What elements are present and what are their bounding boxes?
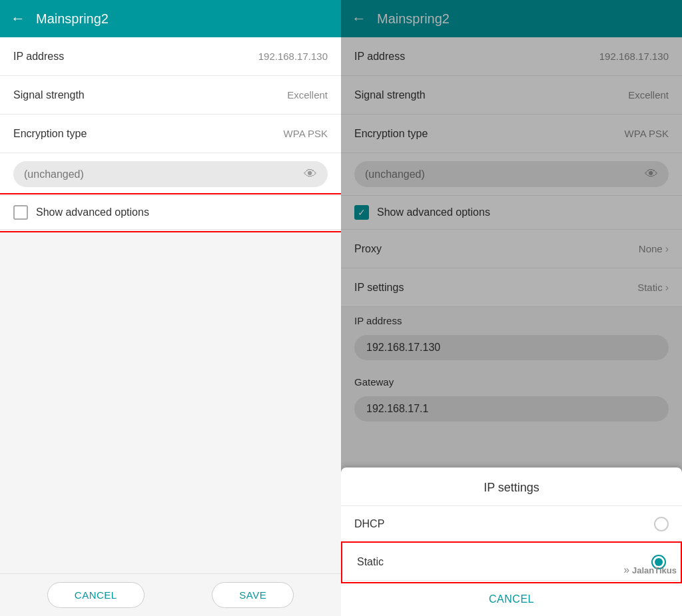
left-back-icon[interactable]: ← (11, 10, 25, 27)
modal-dhcp-radio[interactable] (654, 517, 669, 531)
left-ip-label: IP address (13, 51, 64, 63)
ip-settings-modal: IP settings DHCP Static CANCEL (341, 467, 682, 616)
left-encryption-row: Encryption type WPA PSK (0, 115, 341, 153)
left-advanced-checkbox[interactable] (13, 205, 28, 220)
left-password-wrap: 👁 (13, 161, 328, 187)
left-signal-value: Excellent (287, 89, 328, 101)
left-signal-label: Signal strength (13, 89, 85, 101)
left-advanced-row[interactable]: Show advanced options (0, 196, 341, 230)
left-header: ← Mainspring2 (0, 0, 341, 37)
left-advanced-label: Show advanced options (36, 206, 149, 218)
left-encryption-label: Encryption type (13, 128, 87, 140)
left-signal-row: Signal strength Excellent (0, 76, 341, 115)
left-password-row: 👁 (0, 153, 341, 196)
modal-dhcp-label: DHCP (354, 518, 384, 530)
watermark-chevron-icon: » (623, 564, 629, 576)
left-password-input[interactable] (24, 168, 304, 180)
left-save-button[interactable]: SAVE (212, 582, 294, 608)
left-cancel-button[interactable]: CANCEL (47, 582, 145, 608)
left-ip-address-row: IP address 192.168.17.130 (0, 37, 341, 76)
modal-dhcp-row[interactable]: DHCP (341, 506, 682, 543)
watermark: » JalanTikus (623, 564, 677, 576)
left-encryption-value: WPA PSK (284, 128, 328, 139)
left-ip-value: 192.168.17.130 (258, 51, 328, 62)
left-content: IP address 192.168.17.130 Signal strengt… (0, 37, 341, 573)
left-eye-icon[interactable]: 👁 (304, 166, 317, 182)
left-header-title: Mainspring2 (36, 11, 109, 27)
left-panel: ← Mainspring2 IP address 192.168.17.130 … (0, 0, 341, 616)
watermark-text: JalanTikus (632, 565, 677, 575)
modal-cancel-button[interactable]: CANCEL (341, 582, 682, 616)
modal-title: IP settings (341, 467, 682, 506)
left-bottom-bar: CANCEL SAVE (0, 573, 341, 616)
modal-overlay: IP settings DHCP Static CANCEL (341, 0, 682, 616)
right-panel: ← Mainspring2 IP address 192.168.17.130 … (341, 0, 682, 616)
modal-static-label: Static (357, 556, 384, 568)
